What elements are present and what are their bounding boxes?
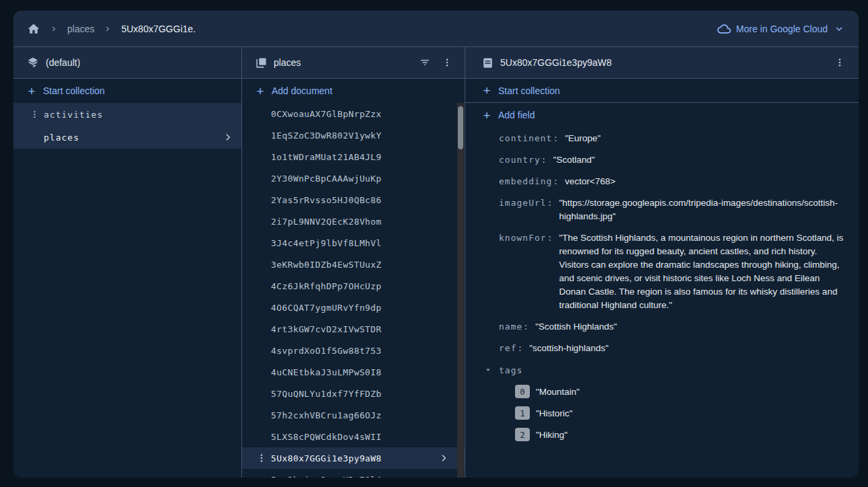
database-panel-header: (default) xyxy=(13,47,241,79)
collection-name: places xyxy=(44,133,79,143)
document-row[interactable]: 4Cz6JkRfqhDPp7OHcUzp xyxy=(242,275,465,297)
collection-icon xyxy=(255,57,268,69)
kebab-icon[interactable] xyxy=(256,453,267,463)
document-id: 2Y30WnPcBpCAAAwjUuKp xyxy=(271,174,382,184)
collapse-triangle-icon[interactable] xyxy=(483,365,493,375)
start-collection-button[interactable]: + Start collection xyxy=(13,79,241,103)
plus-icon: + xyxy=(26,85,37,98)
scrollbar-track[interactable] xyxy=(457,103,464,478)
document-row[interactable]: 2i7pL9NNV2QEcK28Vhom xyxy=(242,211,465,232)
array-index-badge: 2 xyxy=(515,428,530,441)
array-item-value: "Historic" xyxy=(536,408,573,418)
breadcrumb-collection[interactable]: places xyxy=(67,24,94,34)
document-icon xyxy=(481,57,494,69)
more-in-google-cloud-button[interactable]: More in Google Cloud xyxy=(717,22,845,36)
document-row[interactable]: 0CXwoauAX7GlBpNrpZzx xyxy=(242,103,465,124)
document-panel-header: 5Ux80x7GGGi1e3py9aW8 xyxy=(465,47,859,79)
document-row[interactable]: 1EqSZoC3DwR802V1ywkY xyxy=(242,124,465,146)
document-id: 1EqSZoC3DwR802V1ywkY xyxy=(271,130,382,141)
add-field-button[interactable]: + Add field xyxy=(465,103,859,127)
document-row[interactable]: 3eKRwb0IDZb4EwSTUuxZ xyxy=(242,254,465,275)
document-row[interactable]: 2Y30WnPcBpCAAAwjUuKp xyxy=(242,167,465,189)
home-icon[interactable] xyxy=(27,22,40,36)
collection-name: places xyxy=(274,57,301,68)
field-value: "Scotland" xyxy=(553,153,845,167)
document-id: 2i7pL9NNV2QEcK28Vhom xyxy=(271,217,382,227)
start-collection-label: Start collection xyxy=(43,85,105,96)
database-panel: (default) + Start collection activities … xyxy=(13,47,242,478)
field-key: country xyxy=(499,153,541,167)
start-collection-label: Start collection xyxy=(498,85,560,96)
document-row[interactable]: 4rt3kGW7cvD2xIVwSTDR xyxy=(242,318,465,340)
document-id: 4rt3kGW7cvD2xIVwSTDR xyxy=(271,324,382,334)
chevron-right-icon xyxy=(439,453,448,463)
array-item-list: 0 "Mountain" 1 "Historic" 2 "Hiking" xyxy=(499,385,845,441)
firestore-console: places 5Ux80x7GGGi1e. More in Google Clo… xyxy=(13,11,859,478)
document-id: 4uCNEtbkaJ3uLMPwS0I8 xyxy=(271,367,382,377)
document-row[interactable]: 5LXS8cPQWCdkDov4sWII xyxy=(242,426,465,447)
kebab-icon[interactable] xyxy=(832,54,848,71)
field-row[interactable]: imageUrl : "https://storage.googleapis.c… xyxy=(499,196,845,223)
plus-icon: + xyxy=(255,85,266,98)
document-row[interactable]: 3J4c4etPj9lbVf8LMhVl xyxy=(242,232,465,254)
array-field-row[interactable]: tags xyxy=(499,363,845,377)
kebab-icon[interactable] xyxy=(439,54,455,71)
field-row[interactable]: name : "Scottish Highlands" xyxy=(499,320,845,334)
chevron-down-icon xyxy=(833,23,845,35)
panels-container: (default) + Start collection activities … xyxy=(13,47,859,478)
document-row[interactable]: 57h2cxhVBCru1ag66OJz xyxy=(242,404,465,426)
field-row[interactable]: country : "Scotland" xyxy=(499,153,845,167)
document-id: 57h2cxhVBCru1ag66OJz xyxy=(271,410,382,420)
field-colon: : xyxy=(553,175,558,188)
field-row[interactable]: embedding : vector<768> xyxy=(499,175,845,188)
add-field-label: Add field xyxy=(498,110,535,120)
field-value: "scottish-highlands" xyxy=(529,342,845,355)
filter-icon[interactable] xyxy=(417,54,433,71)
field-colon: : xyxy=(517,342,522,355)
array-item-row[interactable]: 2 "Hiking" xyxy=(515,428,845,441)
document-id: 5am2bwiuv3ozmUDv7Ql4 xyxy=(271,475,382,478)
document-id: 4Cz6JkRfqhDPp7OHcUzp xyxy=(271,281,382,291)
collection-name: activities xyxy=(44,110,103,120)
field-value: "The Scottish Highlands, a mountainous r… xyxy=(559,231,845,312)
add-document-button[interactable]: + Add document xyxy=(242,79,465,103)
topbar: places 5Ux80x7GGGi1e. More in Google Clo… xyxy=(13,11,859,47)
array-item-value: "Hiking" xyxy=(536,430,567,440)
kebab-icon[interactable] xyxy=(30,110,40,120)
document-id: 4svprdXoO1f5Gw88t753 xyxy=(271,346,382,356)
field-key: imageUrl xyxy=(499,196,547,223)
more-in-google-cloud-label: More in Google Cloud xyxy=(736,24,828,34)
array-item-row[interactable]: 1 "Historic" xyxy=(515,406,845,420)
breadcrumb: places 5Ux80x7GGGi1e. xyxy=(27,22,196,36)
document-row[interactable]: 5am2bwiuv3ozmUDv7Ql4 xyxy=(242,469,465,478)
collection-row-places[interactable]: places xyxy=(13,126,241,149)
document-row[interactable]: 57QuQNLYu1dxf7YfFDZb xyxy=(242,383,465,404)
document-id: 57QuQNLYu1dxf7YfFDZb xyxy=(271,389,382,399)
document-id: 5LXS8cPQWCdkDov4sWII xyxy=(271,432,382,442)
field-colon: : xyxy=(523,320,528,334)
start-collection-button[interactable]: + Start collection xyxy=(465,79,859,103)
plus-icon: + xyxy=(481,109,492,122)
field-value: "Europe" xyxy=(565,132,845,145)
array-item-value: "Mountain" xyxy=(536,387,580,397)
chevron-separator-icon xyxy=(103,24,112,34)
scrollbar-thumb[interactable] xyxy=(458,106,463,149)
field-colon: : xyxy=(547,231,553,312)
document-row[interactable]: 2Yas5rRvsso5HJ0QBc86 xyxy=(242,189,465,211)
array-item-row[interactable]: 0 "Mountain" xyxy=(515,385,845,398)
document-row[interactable]: 4svprdXoO1f5Gw88t753 xyxy=(242,340,465,361)
document-row[interactable]: 4O6CQAT7ygmURvYfn9dp xyxy=(242,297,465,318)
field-row[interactable]: ref : "scottish-highlands" xyxy=(499,342,845,355)
field-row[interactable]: continent : "Europe" xyxy=(499,132,845,145)
collection-list: activities places xyxy=(13,103,241,149)
collection-panel: places + Add document 0CXwoauAX7GlBpNrpZ… xyxy=(242,47,465,478)
document-row[interactable]: 1o1tWDraMUat21AB4JL9 xyxy=(242,146,465,167)
document-id: 4O6CQAT7ygmURvYfn9dp xyxy=(271,303,382,313)
field-key: embedding xyxy=(499,175,552,188)
document-id: 2Yas5rRvsso5HJ0QBc86 xyxy=(271,195,382,205)
field-row[interactable]: knownFor : "The Scottish Highlands, a mo… xyxy=(499,231,845,312)
field-colon: : xyxy=(553,132,558,145)
document-row[interactable]: 4uCNEtbkaJ3uLMPwS0I8 xyxy=(242,361,465,383)
collection-row-activities[interactable]: activities xyxy=(13,103,241,126)
document-row[interactable]: 5Ux80x7GGGi1e3py9aW8 xyxy=(242,447,465,469)
